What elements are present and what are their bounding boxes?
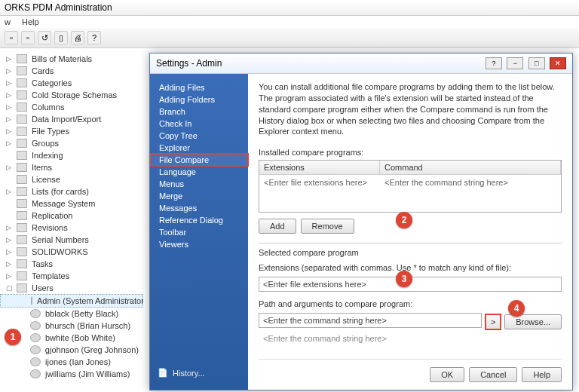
toolbar-btn-2[interactable]: ▫: [21, 31, 35, 44]
ext-label: Extensions (separated with commas. Use *…: [259, 263, 562, 272]
tree-dataie[interactable]: ▷Data Import/Export: [0, 113, 143, 125]
user-bwhite[interactable]: bwhite (Bob White): [0, 332, 143, 344]
minimize-icon[interactable]: −: [507, 57, 523, 69]
dialog-title: Settings - Admin: [156, 58, 222, 69]
tree-solidworks[interactable]: ▷SOLIDWORKS: [0, 246, 143, 258]
intro-text: You can install additional file compare …: [259, 81, 562, 137]
user-bhursch[interactable]: bhursch (Brian Hursch): [0, 320, 143, 332]
toolbar-btn-3[interactable]: ↺: [38, 31, 51, 44]
toolbar: ▫ ▫ ↺ ▯ 🖨 ?: [0, 28, 579, 48]
command-input[interactable]: [259, 313, 482, 328]
user-ijones[interactable]: ijones (Ian Jones): [0, 356, 143, 368]
callout-4: 4: [508, 300, 525, 317]
nav-ref-dlg[interactable]: Reference Dialog: [150, 214, 248, 226]
menu-view[interactable]: w: [5, 17, 11, 26]
callout-2: 2: [396, 212, 412, 228]
nav-language[interactable]: Language: [150, 166, 248, 178]
cell-ext-ph: <Enter file extensions here>: [259, 175, 380, 190]
nav-toolbar[interactable]: Toolbar: [150, 226, 248, 238]
user-bblack[interactable]: bblack (Betty Black): [0, 308, 143, 320]
ok-button[interactable]: OK: [430, 367, 464, 382]
add-button[interactable]: Add: [259, 219, 296, 234]
tree-templates[interactable]: ▷Templates: [0, 270, 143, 282]
cancel-button[interactable]: Cancel: [469, 367, 517, 382]
tree-license[interactable]: License: [0, 173, 143, 185]
selected-label: Selected compare program: [259, 243, 562, 257]
toolbar-btn-help[interactable]: ?: [87, 31, 101, 44]
tree-groups[interactable]: ▷Groups: [0, 137, 143, 149]
menu-help[interactable]: Help: [22, 17, 39, 26]
maximize-icon[interactable]: □: [528, 57, 545, 69]
installed-label: Installed compare programs:: [259, 148, 562, 157]
tree-items[interactable]: ▷Items: [0, 161, 143, 173]
tree-cold[interactable]: ▷Cold Storage Schemas: [0, 89, 143, 101]
help-button[interactable]: Help: [522, 367, 562, 382]
settings-nav: Adding Files Adding Folders Branch Check…: [150, 74, 248, 390]
col-command[interactable]: Command: [380, 161, 561, 174]
user-jwilliams[interactable]: jwilliams (Jim Williams): [0, 368, 143, 380]
nav-merge[interactable]: Merge: [150, 190, 248, 202]
tree-serials[interactable]: ▷Serial Numbers: [0, 234, 143, 246]
tree-indexing[interactable]: Indexing: [0, 149, 143, 161]
toolbar-btn-5[interactable]: 🖨: [71, 31, 84, 44]
settings-dialog: Settings - Admin ? − □ ✕ Adding Files Ad…: [149, 53, 573, 390]
window-title: ORKS PDM Administration: [0, 0, 579, 16]
browse-button[interactable]: Browse...: [504, 314, 562, 329]
callout-3: 3: [396, 271, 412, 287]
nav-tree: ▷Bills of Materials ▷Cards ▷Categories ▷…: [0, 48, 143, 392]
nav-check-in[interactable]: Check In: [150, 118, 248, 130]
tree-tasks[interactable]: ▷Tasks: [0, 258, 143, 270]
tree-msg[interactable]: Message System: [0, 198, 143, 210]
nav-menus[interactable]: Menus: [150, 178, 248, 190]
tree-revisions[interactable]: ▷Revisions: [0, 222, 143, 234]
nav-copy-tree[interactable]: Copy Tree: [150, 130, 248, 142]
preview-text: <Enter the command string here>: [259, 332, 562, 345]
close-icon[interactable]: ✕: [550, 57, 566, 69]
tree-lists[interactable]: ▷Lists (for cards): [0, 185, 143, 198]
nav-file-compare[interactable]: File Compare: [150, 154, 248, 166]
nav-messages[interactable]: Messages: [150, 202, 248, 214]
menu-bar: w Help: [0, 16, 579, 28]
table-row[interactable]: <Enter file extensions here> <Enter the …: [259, 175, 561, 190]
nav-adding-files[interactable]: Adding Files: [150, 81, 248, 93]
cell-cmd-ph: <Enter the command string here>: [380, 175, 513, 190]
tree-columns[interactable]: ▷Columns: [0, 101, 143, 113]
user-gjohnson[interactable]: gjohnson (Greg Johnson): [0, 344, 143, 356]
help-icon[interactable]: ?: [486, 57, 502, 69]
programs-table[interactable]: Extensions Command <Enter file extension…: [259, 160, 562, 213]
tree-categories[interactable]: ▷Categories: [0, 77, 143, 89]
tree-replication[interactable]: Replication: [0, 210, 143, 222]
toolbar-btn-1[interactable]: ▫: [5, 31, 18, 44]
toolbar-btn-4[interactable]: ▯: [54, 31, 68, 44]
nav-adding-folders[interactable]: Adding Folders: [150, 93, 248, 106]
nav-explorer[interactable]: Explorer: [150, 142, 248, 154]
tree-bom[interactable]: ▷Bills of Materials: [0, 53, 143, 65]
tree-filetypes[interactable]: ▷File Types: [0, 125, 143, 137]
col-extensions[interactable]: Extensions: [259, 161, 380, 174]
tree-cards[interactable]: ▷Cards: [0, 65, 143, 77]
tree-users[interactable]: ▢Users: [0, 282, 143, 294]
nav-branch[interactable]: Branch: [150, 106, 248, 118]
nav-viewers[interactable]: Viewers: [150, 238, 248, 250]
callout-1: 1: [5, 329, 21, 345]
nav-history[interactable]: 📄 History...: [150, 363, 248, 382]
user-admin[interactable]: Admin (System Administrator): [0, 294, 143, 308]
remove-button[interactable]: Remove: [301, 219, 354, 234]
arrow-button[interactable]: >: [485, 314, 501, 330]
